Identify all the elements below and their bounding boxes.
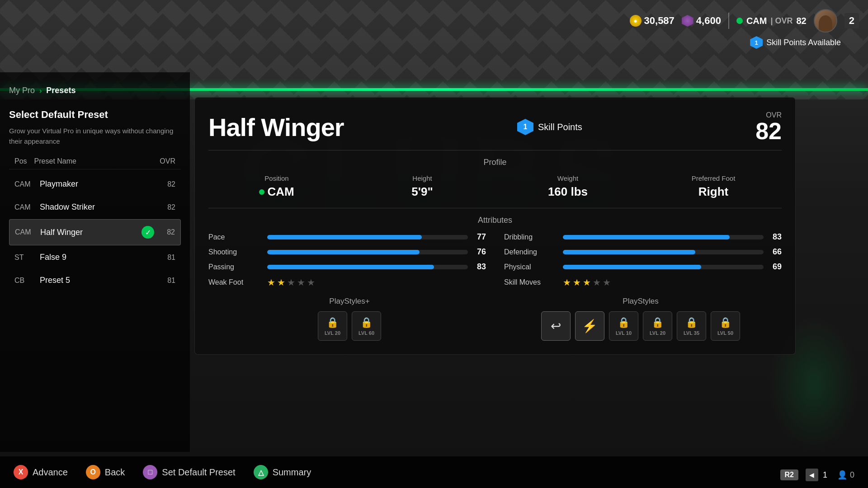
playstyles-plus-title: PlayStyles+ bbox=[208, 297, 491, 306]
attr-label: Passing bbox=[208, 263, 263, 271]
nav-left-btn[interactable]: ◀ bbox=[806, 469, 818, 481]
playstyle-icon: 🔒LVL 20 bbox=[643, 311, 672, 341]
player-num: 0 bbox=[850, 470, 854, 480]
preset-pos: CAM bbox=[14, 180, 33, 188]
preset-row[interactable]: ST False 9 81 bbox=[9, 246, 181, 268]
playstyle-level: LVL 60 bbox=[359, 330, 374, 336]
playstyle-icon: ⚡ bbox=[575, 311, 604, 341]
preset-ovr: 82 bbox=[162, 180, 175, 188]
attr-label: Shooting bbox=[208, 248, 263, 256]
bottom-actions: X Advance O Back □ Set Default Preset △ … bbox=[14, 465, 311, 479]
playstyles-plus-section: PlayStyles+ 🔒LVL 20🔒LVL 60 bbox=[208, 297, 491, 341]
breadcrumb: My Pro › Presets bbox=[9, 81, 181, 100]
lock-icon: 🔒 bbox=[326, 317, 339, 328]
attr-value: 69 bbox=[768, 262, 782, 272]
preset-row[interactable]: CB Preset 5 81 bbox=[9, 269, 181, 291]
btn-icon-tri: △ bbox=[254, 465, 268, 479]
bottom-action-sq[interactable]: □ Set Default Preset bbox=[143, 465, 235, 479]
attribute-row: Pace 77 bbox=[208, 232, 486, 242]
skill-points-available: 1 Skill Points Available bbox=[750, 36, 841, 49]
attr-value: 77 bbox=[472, 232, 486, 242]
ovr-display: OVR 82 bbox=[755, 111, 782, 143]
player-icon-symbol: 👤 bbox=[837, 470, 847, 480]
attr-bar-container bbox=[563, 235, 764, 239]
hud-ovr-value: 82 bbox=[797, 16, 807, 26]
attr-label: Physical bbox=[504, 263, 558, 271]
preset-row[interactable]: CAM Shadow Striker 82 bbox=[9, 196, 181, 218]
attr-label: Dribbling bbox=[504, 233, 558, 241]
preset-pos: CB bbox=[14, 277, 33, 285]
divider-2 bbox=[208, 208, 782, 208]
height-value: 5'9" bbox=[354, 185, 491, 199]
btn-icon-o: O bbox=[86, 465, 100, 479]
preset-row[interactable]: CAM Half Winger ✓ 82 bbox=[9, 219, 181, 245]
attribute-row: Weak Foot ★★★★★ bbox=[208, 277, 486, 288]
attr-bar bbox=[267, 265, 434, 269]
profile-preferred-foot: Preferred Foot Right bbox=[645, 174, 782, 199]
lock-icon: 🔒 bbox=[719, 317, 731, 328]
divider-1 bbox=[208, 150, 782, 150]
preset-pos: ST bbox=[14, 253, 33, 262]
bottom-action-x[interactable]: X Advance bbox=[14, 465, 68, 479]
coins-value: 30,587 bbox=[644, 15, 675, 27]
skill-points-available-label: Skill Points Available bbox=[766, 38, 841, 47]
bottom-right: R2 ◀ 1 👤 0 bbox=[780, 469, 854, 481]
star-filled: ★ bbox=[267, 277, 275, 288]
attr-bar bbox=[267, 250, 420, 254]
playstyle-plus-icon: 🔒LVL 60 bbox=[352, 311, 381, 341]
cam-active-dot bbox=[736, 18, 743, 24]
playstyle-level: LVL 20 bbox=[325, 330, 340, 336]
lock-icon: 🔒 bbox=[651, 317, 664, 328]
attr-bar-container bbox=[563, 250, 764, 254]
attr-label: Defending bbox=[504, 248, 558, 256]
lock-icon: 🔒 bbox=[685, 317, 698, 328]
attr-label: Pace bbox=[208, 233, 263, 241]
btn-icon-sq: □ bbox=[143, 465, 157, 479]
coins-icon: ● bbox=[630, 15, 642, 27]
preset-ovr: 81 bbox=[162, 253, 175, 262]
star-empty: ★ bbox=[307, 277, 315, 288]
bottom-action-tri[interactable]: △ Summary bbox=[254, 465, 311, 479]
btn-label-tri: Summary bbox=[273, 467, 311, 478]
preset-pos: CAM bbox=[14, 203, 33, 211]
preset-ovr: 81 bbox=[162, 277, 175, 285]
playstyle-level: LVL 10 bbox=[616, 330, 632, 336]
star-filled: ★ bbox=[563, 277, 571, 288]
col-preset-name: Preset Name bbox=[27, 157, 160, 165]
btn-label-x: Advance bbox=[33, 467, 68, 478]
preset-name: False 9 bbox=[40, 253, 155, 262]
attr-value: 83 bbox=[768, 232, 782, 242]
attribute-row: Physical 69 bbox=[504, 262, 782, 272]
col-ovr: OVR bbox=[160, 157, 175, 165]
r2-badge: R2 bbox=[780, 469, 798, 480]
weight-value: 160 lbs bbox=[500, 185, 636, 199]
page-number: 1 bbox=[820, 470, 830, 480]
main-preset-title: Half Winger bbox=[208, 113, 344, 142]
profile-height: Height 5'9" bbox=[354, 174, 491, 199]
bottom-action-o[interactable]: O Back bbox=[86, 465, 125, 479]
playstyle-symbol: ↩ bbox=[551, 319, 561, 333]
col-pos: Pos bbox=[14, 157, 27, 165]
skill-points-header: 1 Skill Points bbox=[517, 119, 582, 135]
preset-name: Half Winger bbox=[40, 228, 134, 237]
preset-ovr: 82 bbox=[161, 228, 175, 236]
attr-bar bbox=[563, 250, 695, 254]
pos-indicator: CAM bbox=[208, 185, 345, 199]
hud-divider bbox=[728, 13, 729, 29]
top-hud: ● 30,587 4,600 CAM | OVR 82 2 bbox=[630, 9, 859, 33]
cam-ovr-display: CAM | OVR 82 bbox=[736, 16, 807, 26]
preset-name: Playmaker bbox=[40, 179, 155, 189]
attr-bar bbox=[563, 235, 730, 239]
star-filled: ★ bbox=[277, 277, 285, 288]
playstyles-icons: ↩⚡🔒LVL 10🔒LVL 20🔒LVL 35🔒LVL 50 bbox=[500, 311, 782, 341]
attribute-row: Dribbling 83 bbox=[504, 232, 782, 242]
select-title: Select Default Preset bbox=[9, 109, 181, 121]
preset-row[interactable]: CAM Playmaker 82 bbox=[9, 173, 181, 195]
playstyles-title: PlayStyles bbox=[500, 297, 782, 306]
preset-name: Preset 5 bbox=[40, 276, 155, 285]
attr-bar bbox=[563, 265, 701, 269]
selected-checkmark: ✓ bbox=[142, 226, 154, 239]
tokens-icon bbox=[682, 15, 693, 27]
bottom-bar: X Advance O Back □ Set Default Preset △ … bbox=[0, 456, 868, 488]
avatar-body bbox=[819, 15, 832, 32]
